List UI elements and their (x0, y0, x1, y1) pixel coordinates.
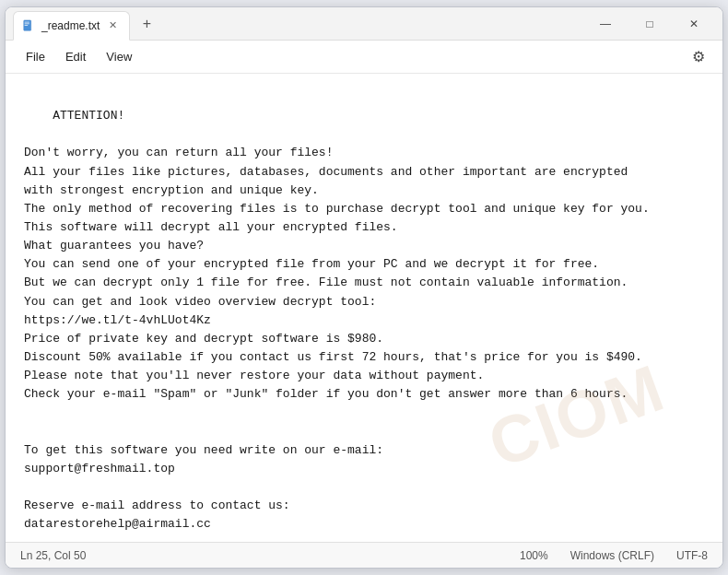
line-ending: Windows (CRLF) (570, 549, 654, 562)
svg-rect-2 (25, 23, 29, 24)
cursor-position: Ln 25, Col 50 (20, 549, 100, 562)
text-editor-content[interactable]: ATTENTION! Don't worry, you can return a… (6, 74, 722, 542)
encoding: UTF-8 (676, 549, 708, 562)
new-tab-button[interactable]: + (134, 11, 159, 37)
settings-icon[interactable]: ⚙ (686, 44, 711, 70)
title-bar: _readme.txt ✕ + — □ ✕ (6, 7, 722, 41)
active-tab[interactable]: _readme.txt ✕ (13, 11, 130, 41)
minimize-button[interactable]: — (584, 9, 627, 39)
svg-rect-3 (25, 25, 29, 26)
editor-text: ATTENTION! Don't worry, you can return a… (24, 109, 650, 542)
zoom-level: 100% (520, 549, 548, 562)
status-bar: Ln 25, Col 50 100% Windows (CRLF) UTF-8 (6, 542, 722, 568)
menu-edit[interactable]: Edit (56, 46, 95, 67)
tab-area: _readme.txt ✕ + (13, 7, 584, 40)
window-controls: — □ ✕ (584, 9, 715, 39)
maximize-button[interactable]: □ (628, 9, 671, 39)
menu-view[interactable]: View (97, 46, 141, 67)
status-right: 100% Windows (CRLF) UTF-8 (520, 549, 708, 562)
menu-bar: File Edit View ⚙ (6, 41, 722, 74)
menu-file[interactable]: File (17, 46, 54, 67)
main-window: _readme.txt ✕ + — □ ✕ File Edit View ⚙ A… (5, 6, 723, 569)
close-button[interactable]: ✕ (673, 9, 715, 39)
tab-label: _readme.txt (41, 19, 100, 32)
menu-items: File Edit View (17, 46, 141, 67)
file-icon (21, 18, 36, 33)
svg-rect-1 (25, 21, 29, 22)
tab-close-button[interactable]: ✕ (105, 18, 120, 33)
